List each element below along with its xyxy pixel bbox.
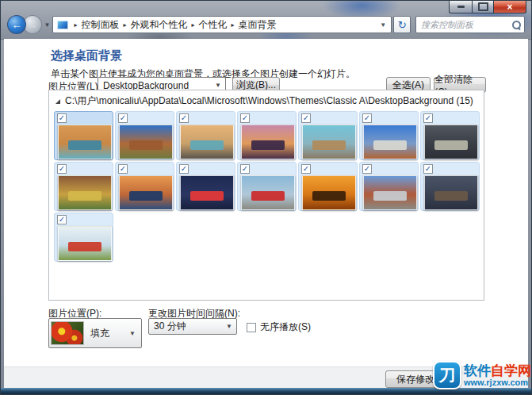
breadcrumb-separator-icon: ▸: [124, 21, 127, 29]
thumbnail-cell[interactable]: ✓: [115, 111, 174, 160]
forward-arrow-icon: →: [27, 19, 37, 31]
thumbnail-checkbox[interactable]: ✓: [179, 113, 189, 123]
breadcrumb-item[interactable]: 控制面板: [82, 18, 120, 32]
refresh-button[interactable]: ↻: [393, 16, 411, 33]
thumbnail-cell[interactable]: ✓: [176, 162, 235, 211]
thumbnail-image[interactable]: [58, 125, 112, 159]
search-icon[interactable]: [511, 20, 521, 29]
thumbnail-image[interactable]: [58, 226, 112, 261]
thumbnail-cell[interactable]: ✓: [54, 162, 113, 211]
change-interval-dropdown[interactable]: 30 分钟 ▼: [148, 318, 237, 335]
thumbnail-accent: [129, 140, 163, 151]
breadcrumb-separator-icon: ▸: [74, 21, 77, 29]
thumbnail-image[interactable]: [302, 175, 356, 210]
thumbnail-image[interactable]: [363, 175, 417, 210]
thumbnail-image[interactable]: [119, 125, 173, 159]
shuffle-option: 无序播放(S): [247, 320, 311, 334]
breadcrumb-item[interactable]: 桌面背景: [239, 18, 277, 32]
titlebar[interactable]: × ← → ▼ ▸控制面板▸外观和个性化▸个性化▸桌面背景 ▼ ↻: [1, 1, 531, 40]
collapse-triangle-icon[interactable]: [55, 99, 60, 104]
thumbnail-checkbox[interactable]: ✓: [423, 113, 433, 123]
breadcrumb: ▸控制面板▸外观和个性化▸个性化▸桌面背景: [70, 18, 276, 32]
thumbnail-checkbox[interactable]: ✓: [118, 113, 128, 123]
thumbnail-checkbox[interactable]: ✓: [301, 164, 311, 174]
breadcrumb-separator-icon: ▸: [232, 21, 235, 29]
search-box[interactable]: [415, 16, 525, 33]
thumbnail-image[interactable]: [58, 175, 112, 210]
thumbnail-checkbox[interactable]: ✓: [57, 113, 67, 123]
desktop-background-window: × ← → ▼ ▸控制面板▸外观和个性化▸个性化▸桌面背景 ▼ ↻ 选择桌面背景…: [0, 0, 532, 395]
thumbnail-image[interactable]: [363, 125, 417, 159]
thumbnail-cell[interactable]: ✓: [54, 213, 113, 262]
thumbnail-checkbox[interactable]: ✓: [240, 164, 250, 174]
wallpaper-list-panel: C:\用户\monicaliu\AppData\Local\Microsoft\…: [48, 90, 484, 301]
page-title: 选择桌面背景: [51, 48, 122, 63]
rjzxw-logo-icon: 刀: [433, 361, 461, 389]
address-bar[interactable]: ▸控制面板▸外观和个性化▸个性化▸桌面背景 ▼: [52, 16, 392, 33]
thumbnail-accent: [312, 140, 346, 151]
thumbnail-image[interactable]: [302, 125, 356, 159]
back-arrow-icon: ←: [11, 19, 21, 31]
dropdown-arrow-icon: ▼: [211, 82, 225, 89]
thumbnail-image[interactable]: [119, 175, 173, 210]
breadcrumb-item[interactable]: 外观和个性化: [131, 18, 188, 32]
thumbnail-cell[interactable]: ✓: [237, 111, 297, 160]
thumbnail-accent: [68, 140, 101, 151]
watermark-url: www.rjzxw.com: [464, 378, 531, 387]
thumbnail-cell[interactable]: ✓: [420, 162, 480, 211]
folder-path: C:\用户\monicaliu\AppData\Local\Microsoft\…: [65, 94, 473, 108]
thumbnail-grid: ✓✓✓✓✓✓✓✓✓✓✓✓✓✓✓: [49, 110, 484, 263]
minimize-icon: [457, 6, 465, 8]
thumbnail-image[interactable]: [241, 175, 295, 210]
shuffle-checkbox[interactable]: [247, 323, 256, 332]
thumbnail-cell[interactable]: ✓: [298, 162, 358, 211]
thumbnail-cell[interactable]: ✓: [54, 111, 113, 160]
thumbnail-image[interactable]: [180, 125, 234, 159]
thumbnail-checkbox[interactable]: ✓: [240, 113, 250, 123]
thumbnail-accent: [251, 140, 285, 151]
thumbnail-cell[interactable]: ✓: [115, 162, 174, 211]
thumbnail-cell[interactable]: ✓: [359, 162, 419, 211]
thumbnail-accent: [312, 191, 346, 201]
close-icon: ×: [507, 2, 512, 12]
thumbnail-checkbox[interactable]: ✓: [118, 164, 128, 174]
thumbnail-accent: [190, 140, 224, 151]
back-button[interactable]: ←: [7, 15, 26, 34]
thumbnail-checkbox[interactable]: ✓: [362, 164, 372, 174]
thumbnail-cell[interactable]: ✓: [237, 162, 297, 211]
thumbnail-checkbox[interactable]: ✓: [57, 215, 67, 224]
window-controls: ×: [449, 1, 526, 13]
thumbnail-cell[interactable]: ✓: [359, 111, 419, 160]
thumbnail-image[interactable]: [180, 175, 234, 210]
dropdown-arrow-icon: ▼: [222, 323, 236, 330]
thumbnail-accent: [68, 242, 101, 252]
location-icon: [57, 21, 68, 29]
thumbnail-cell[interactable]: ✓: [420, 111, 480, 160]
thumbnail-accent: [373, 191, 407, 201]
folder-group-header[interactable]: C:\用户\monicaliu\AppData\Local\Microsoft\…: [49, 90, 484, 110]
thumbnail-accent: [68, 191, 101, 201]
thumbnail-checkbox[interactable]: ✓: [362, 113, 372, 123]
watermark: 刀 软件自学网 www.rjzxw.com: [433, 361, 531, 389]
thumbnail-checkbox[interactable]: ✓: [423, 164, 433, 174]
thumbnail-image[interactable]: [241, 125, 295, 159]
thumbnail-cell[interactable]: ✓: [298, 111, 358, 160]
picture-position-dropdown[interactable]: 填充 ▼: [48, 318, 142, 348]
maximize-icon: [478, 2, 488, 11]
thumbnail-checkbox[interactable]: ✓: [179, 164, 189, 174]
search-input[interactable]: [419, 19, 511, 30]
minimize-button[interactable]: [449, 1, 472, 13]
thumbnail-image[interactable]: [424, 125, 478, 159]
thumbnail-checkbox[interactable]: ✓: [301, 113, 311, 123]
address-dropdown-icon[interactable]: ▼: [378, 21, 388, 29]
breadcrumb-separator-icon: ▸: [192, 21, 195, 29]
dropdown-arrow-icon: ▼: [125, 330, 140, 337]
thumbnail-checkbox[interactable]: ✓: [57, 164, 67, 174]
thumbnail-accent: [251, 191, 285, 201]
breadcrumb-item[interactable]: 个性化: [199, 18, 228, 32]
maximize-button[interactable]: [472, 1, 493, 13]
recent-pages-chevron-icon[interactable]: ▼: [44, 21, 51, 29]
close-button[interactable]: ×: [493, 1, 526, 13]
thumbnail-cell[interactable]: ✓: [176, 111, 235, 160]
thumbnail-image[interactable]: [424, 175, 478, 210]
